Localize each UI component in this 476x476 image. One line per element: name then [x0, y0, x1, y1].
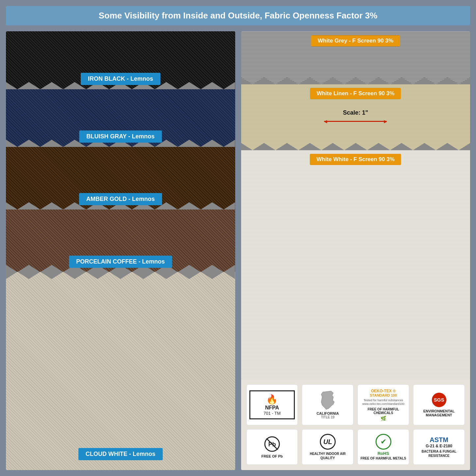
rohs-logo: ✔: [376, 434, 391, 450]
oeko-title: OEKO-TEX ®: [371, 389, 396, 393]
cert-california: CALIFORNIA TITLE 19: [302, 384, 353, 425]
oeko-claim: FREE OF HARMFUL CHEMICALS: [360, 407, 406, 415]
rohs-title: RoHS: [378, 451, 389, 456]
rohs-desc: FREE OF HARMFUL METALS: [360, 457, 406, 460]
ul-desc: HEALTHY INDOOR AIR QUALITY: [305, 452, 350, 460]
porcelain-coffee-label: PORCELAIN COFFEE - Lemnos: [69, 256, 172, 268]
california-subtitle: TITLE 19: [321, 415, 334, 419]
page-wrapper: Some Visibility from Inside and Outside,…: [0, 0, 476, 476]
cert-section: 🔥 NFPA 701 - TM CALIFORNIA TITLE 19: [241, 379, 470, 470]
scale-label: Scale: 1": [324, 109, 387, 116]
main-content: IRON BLACK - Lemnos BLUISH GRAY - Lemnos: [6, 31, 470, 470]
cert-astm: ASTM G-21 & E-2180 BACTERIA & FUNGAL RES…: [413, 429, 465, 465]
zigzag-cloud-white-top: [6, 272, 235, 279]
oeko-standard: STANDARD 100: [370, 393, 397, 397]
fabric-row-amber-gold: AMBER GOLD - Lemnos: [6, 147, 235, 209]
sgs-desc: ENVIRONMENTAL MANAGEMENT: [416, 409, 462, 417]
sgs-logo: SGS: [432, 393, 446, 407]
cert-sgs: SGS ENVIRONMENTAL MANAGEMENT: [413, 384, 465, 425]
pb-label: FREE OF Pb: [262, 454, 283, 458]
nfpa-subtitle: 701 - TM: [255, 411, 290, 416]
fabric-row-bluish-gray: BLUISH GRAY - Lemnos: [6, 89, 235, 147]
left-fabric-wrapper: IRON BLACK - Lemnos BLUISH GRAY - Lemnos: [6, 31, 235, 470]
scale-arrow-left: ◄: [323, 119, 328, 125]
cert-pb: Pb FREE OF Pb: [246, 429, 298, 465]
california-title: CALIFORNIA: [317, 411, 339, 415]
astm-subtitle: G-21 & E-2180: [426, 444, 452, 448]
right-panel: White Grey - F Screen 90 3% White Linen …: [241, 31, 470, 470]
fabric-white-white: White White - F Screen 90 3%: [241, 150, 470, 379]
right-fabric-rows: White Grey - F Screen 90 3% White Linen …: [241, 31, 470, 470]
header-bar: Some Visibility from Inside and Outside,…: [6, 6, 470, 25]
pb-circle-wrapper: Pb: [264, 436, 280, 452]
nfpa-fire-icon: 🔥: [255, 394, 290, 405]
pb-icon: Pb: [264, 436, 280, 452]
oeko-leaf-icon: 🌿: [380, 416, 386, 421]
svg-marker-4: [6, 272, 235, 279]
header-title: Some Visibility from Inside and Outside,…: [98, 11, 377, 20]
zigzag-white-grey: [241, 77, 470, 84]
fabric-row-iron-black: IRON BLACK - Lemnos: [6, 31, 235, 89]
cert-ul: UL HEALTHY INDOOR AIR QUALITY: [302, 429, 353, 465]
svg-marker-5: [241, 77, 470, 84]
scale-arrow: ◄ ►: [324, 118, 387, 125]
cert-rohs: ✔ RoHS FREE OF HARMFUL METALS: [357, 429, 409, 465]
fabric-row-porcelain-coffee: PORCELAIN COFFEE - Lemnos: [6, 209, 235, 272]
white-grey-label: White Grey - F Screen 90 3%: [311, 35, 400, 46]
bluish-gray-label: BLUISH GRAY - Lemnos: [79, 130, 162, 143]
astm-title: ASTM: [430, 436, 448, 444]
amber-gold-label: AMBER GOLD - Lemnos: [79, 193, 162, 205]
astm-desc: BACTERIA & FUNGAL RESISTANCE: [416, 449, 462, 458]
white-white-label: White White - F Screen 90 3%: [310, 154, 401, 165]
ul-logo: UL: [320, 434, 336, 450]
fabric-white-linen: White Linen - F Screen 90 3% Scale: 1" ◄…: [241, 84, 470, 150]
left-panel: IRON BLACK - Lemnos BLUISH GRAY - Lemnos: [6, 31, 235, 470]
nfpa-title: NFPA: [255, 405, 290, 411]
fabric-white-grey: White Grey - F Screen 90 3%: [241, 31, 470, 84]
white-linen-label: White Linen - F Screen 90 3%: [310, 88, 401, 99]
nfpa-box: 🔥 NFPA 701 - TM: [249, 390, 295, 419]
scale-arrow-right: ►: [383, 119, 388, 125]
zigzag-white-linen: [241, 143, 470, 150]
scale-line: [324, 121, 387, 122]
cloud-white-label: CLOUD WHITE - Lemnos: [78, 448, 163, 460]
fabric-row-cloud-white: CLOUD WHITE - Lemnos: [6, 272, 235, 470]
cert-oeko-tex: OEKO-TEX ® STANDARD 100 Tested for harmf…: [357, 384, 409, 425]
svg-marker-6: [241, 143, 470, 150]
oeko-desc: Tested for harmful substanceswww.oeko-te…: [362, 399, 405, 406]
scale-indicator: Scale: 1" ◄ ►: [324, 109, 387, 125]
iron-black-label: IRON BLACK - Lemnos: [81, 73, 160, 85]
california-state-icon: [320, 390, 336, 410]
cert-nfpa: 🔥 NFPA 701 - TM: [246, 384, 298, 425]
